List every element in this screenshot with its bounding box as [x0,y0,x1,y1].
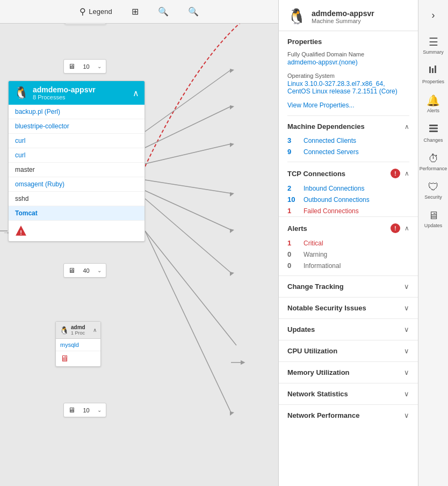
svg-rect-19 [429,128,438,129]
servers-count: 9 [287,148,298,156]
inbound-count: 2 [287,184,298,192]
alerts-controls: ! ∧ [391,223,409,233]
inbound-label[interactable]: Inbound Connections [304,185,364,192]
port-num-1: 10 [83,63,89,70]
svg-marker-9 [230,105,234,110]
svg-line-1 [145,106,231,148]
side-icon-performance[interactable]: ⏱ Performance [420,148,447,176]
outbound-count: 10 [287,195,298,204]
process-mysqld[interactable]: mysqld [56,339,100,351]
port-collapsed-1[interactable]: 🖥 10 ⌄ [63,59,106,74]
server-node-2: 🐧 admd 1 Proc ∧ mysqld 🖥 [55,321,101,367]
security-issues-chevron: ∨ [404,304,409,312]
process-backup[interactable]: backup.pl (Perl) [9,105,144,119]
side-icon-security[interactable]: 🛡 Security [420,177,447,204]
summary-icon: ☰ [429,35,438,48]
change-tracking-row[interactable]: Change Tracking ∨ [279,275,418,297]
machine-deps-header: Machine Dependencies ∧ [279,116,418,135]
monitor-icon-6: 🖥 [68,266,75,274]
process-curl-1[interactable]: curl [9,134,144,148]
zoom-out-button[interactable]: 🔍 [184,4,203,19]
port-collapsed-7[interactable]: 🖥 10 ⌄ [63,403,106,417]
security-icon: 🛡 [428,181,439,193]
tcp-alert-circle: ! [391,169,400,178]
process-omsagent[interactable]: omsagent (Ruby) [9,177,144,192]
panel-title: admdemo-appsvr [312,9,374,18]
warning-label[interactable]: Warning [304,251,327,258]
tcp-controls: ! ∧ [391,169,409,178]
security-issues-row[interactable]: Notable Security Issues ∨ [279,297,418,318]
side-icon-summary[interactable]: ☰ Summary [420,31,447,59]
port-collapsed-6[interactable]: 🖥 40 ⌄ [63,263,106,278]
network-perf-label: Network Performance [287,411,359,419]
failed-label[interactable]: Failed Connections [304,207,359,215]
view-more-link[interactable]: View More Properties... [279,99,418,115]
side-icon-updates[interactable]: 🖥 Updates [420,205,447,233]
updates-row[interactable]: Updates ∨ [279,318,418,340]
machine-deps-chevron[interactable]: ∧ [404,123,409,130]
toolbar: ⚲ Legend ⊞ 🔍 🔍 [0,0,278,24]
critical-row: 1 Critical [279,237,418,249]
tcp-chevron[interactable]: ∧ [404,170,409,177]
tcp-title: TCP Connections [287,170,345,178]
critical-label[interactable]: Critical [304,240,323,247]
clients-label[interactable]: Connected Clients [304,137,356,144]
failed-row: 1 Failed Connections [279,205,418,216]
canvas-area: ⚲ Legend ⊞ 🔍 🔍 [0,0,278,486]
informational-count: 0 [287,262,298,270]
zoom-in-button[interactable]: 🔍 [154,4,173,19]
alerts-chevron[interactable]: ∧ [404,224,409,232]
svg-marker-13 [230,272,234,276]
chevron-7: ⌄ [97,407,102,413]
right-panel: 🐧 admdemo-appsvr Machine Summary Propert… [278,0,418,486]
svg-rect-18 [429,125,438,126]
server2-icon-row: 🖥 [56,351,100,366]
server2-collapse[interactable]: ∧ [93,327,97,333]
grid-button[interactable]: ⊞ [127,4,143,19]
network-perf-row[interactable]: Network Performance ∨ [279,404,418,426]
properties-icon [428,64,439,78]
svg-rect-20 [429,130,438,132]
server2-subtitle: 1 Proc [71,330,85,336]
network-stats-row[interactable]: Network Statistics ∨ [279,383,418,404]
os-label: Operating System [287,72,409,79]
outbound-label[interactable]: Outbound Connections [304,196,370,204]
process-master[interactable]: master [9,163,144,177]
linux-icon-2: 🐧 [60,326,69,335]
process-curl-2[interactable]: curl [9,148,144,163]
process-bluestripe[interactable]: bluestripe-collector [9,119,144,134]
server-title: admdemo-appsvr [33,85,96,94]
legend-button[interactable]: ⚲ Legend [75,4,116,19]
updates-label: Updates [287,325,315,333]
connected-servers-row: 9 Connected Servers [279,146,418,157]
informational-label[interactable]: Informational [304,262,341,270]
cpu-util-label: CPU Utilization [287,347,337,355]
process-tomcat[interactable]: Tomcat [9,206,144,221]
network-perf-chevron: ∨ [404,411,409,419]
collapse-button[interactable]: ∧ [133,88,139,98]
alerts-section-header: Alerts ! ∧ [279,216,418,237]
fqdn-label: Fully Qualified Domain Name [287,51,409,57]
port-num-6: 40 [83,267,89,274]
alerts-title: Alerts [287,224,307,233]
outbound-row: 10 Outbound Connections [279,194,418,205]
cpu-util-row[interactable]: CPU Utilization ∨ [279,340,418,361]
panel-back-button[interactable]: › [423,4,444,26]
side-icon-alerts[interactable]: 🔔 Alerts [420,90,447,118]
server-node2-header[interactable]: 🐧 admd 1 Proc ∧ [56,322,100,339]
connected-clients-row: 3 Connected Clients [279,135,418,146]
svg-marker-14 [230,411,234,416]
left-arrow: → [3,228,10,237]
side-icon-changes[interactable]: Changes [420,119,447,147]
memory-util-row[interactable]: Memory Utilization ∨ [279,361,418,383]
svg-line-3 [145,180,231,193]
server-subtitle: 8 Processes [33,94,96,100]
process-sshd[interactable]: sshd [9,192,144,206]
servers-label[interactable]: Connected Servers [304,148,359,156]
os-property: Operating System Linux 3.10.0-327.28.3.e… [279,70,418,99]
grid-icon: ⊞ [132,6,139,17]
security-issues-label: Notable Security Issues [287,304,366,312]
side-icon-properties[interactable]: Properties [420,60,447,89]
server-node-header[interactable]: 🐧 admdemo-appsvr 8 Processes ∧ [9,81,144,105]
panel-linux-icon: 🐧 [287,8,306,25]
